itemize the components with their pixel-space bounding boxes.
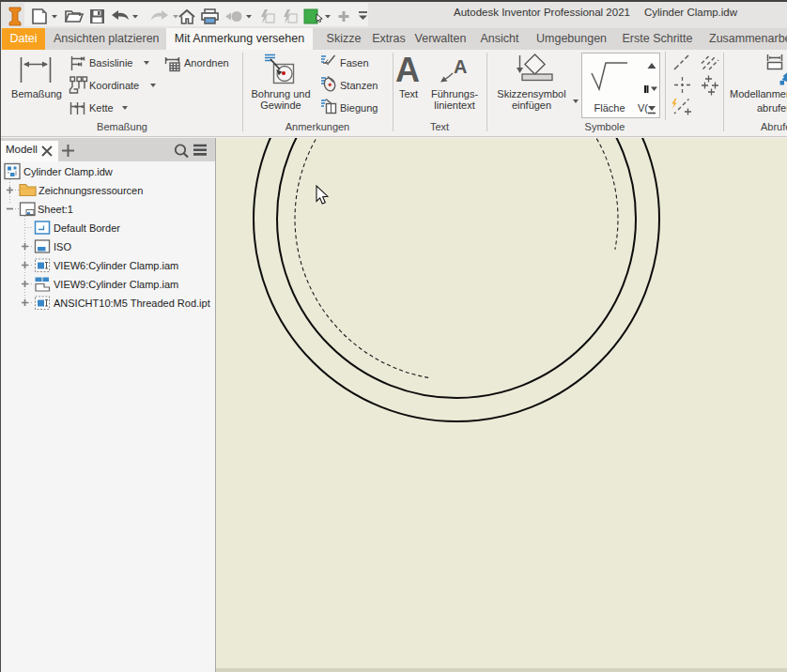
svg-text:A: A bbox=[395, 51, 420, 89]
svg-text:A: A bbox=[454, 56, 467, 77]
